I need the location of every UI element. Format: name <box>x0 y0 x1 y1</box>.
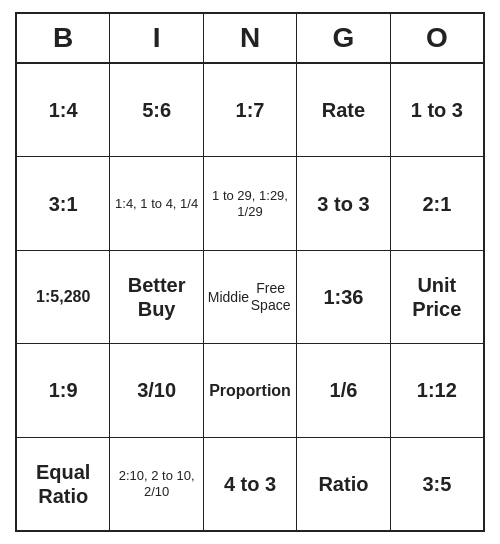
cell-3-1: 3/10 <box>110 344 203 436</box>
cell-0-4: 1 to 3 <box>391 64 483 156</box>
cell-1-1: 1:4, 1 to 4, 1/4 <box>110 157 203 249</box>
cell-0-3: Rate <box>297 64 390 156</box>
cell-0-0: 1:4 <box>17 64 110 156</box>
cell-2-2: MiddieFree Space <box>204 251 297 343</box>
header-row: BINGO <box>17 14 483 64</box>
grid-row-2: 1:5,280Better BuyMiddieFree Space1:36Uni… <box>17 251 483 344</box>
cell-4-2: 4 to 3 <box>204 438 297 530</box>
cell-3-4: 1:12 <box>391 344 483 436</box>
cell-2-1: Better Buy <box>110 251 203 343</box>
cell-4-1: 2:10, 2 to 10, 2/10 <box>110 438 203 530</box>
cell-4-3: Ratio <box>297 438 390 530</box>
bingo-card: BINGO 1:45:61:7Rate1 to 33:11:4, 1 to 4,… <box>15 12 485 532</box>
cell-1-2: 1 to 29, 1:29, 1/29 <box>204 157 297 249</box>
cell-2-3: 1:36 <box>297 251 390 343</box>
header-B: B <box>17 14 110 62</box>
cell-4-0: Equal Ratio <box>17 438 110 530</box>
cell-0-2: 1:7 <box>204 64 297 156</box>
grid-row-4: Equal Ratio2:10, 2 to 10, 2/104 to 3Rati… <box>17 438 483 530</box>
cell-2-0: 1:5,280 <box>17 251 110 343</box>
header-G: G <box>297 14 390 62</box>
grid-row-3: 1:93/10Proportion1/61:12 <box>17 344 483 437</box>
cell-3-3: 1/6 <box>297 344 390 436</box>
cell-1-4: 2:1 <box>391 157 483 249</box>
cell-1-0: 3:1 <box>17 157 110 249</box>
header-N: N <box>204 14 297 62</box>
grid-row-0: 1:45:61:7Rate1 to 3 <box>17 64 483 157</box>
cell-3-2: Proportion <box>204 344 297 436</box>
cell-1-3: 3 to 3 <box>297 157 390 249</box>
cell-3-0: 1:9 <box>17 344 110 436</box>
grid: 1:45:61:7Rate1 to 33:11:4, 1 to 4, 1/41 … <box>17 64 483 530</box>
cell-0-1: 5:6 <box>110 64 203 156</box>
grid-row-1: 3:11:4, 1 to 4, 1/41 to 29, 1:29, 1/293 … <box>17 157 483 250</box>
header-I: I <box>110 14 203 62</box>
cell-2-4: Unit Price <box>391 251 483 343</box>
header-O: O <box>391 14 483 62</box>
cell-4-4: 3:5 <box>391 438 483 530</box>
